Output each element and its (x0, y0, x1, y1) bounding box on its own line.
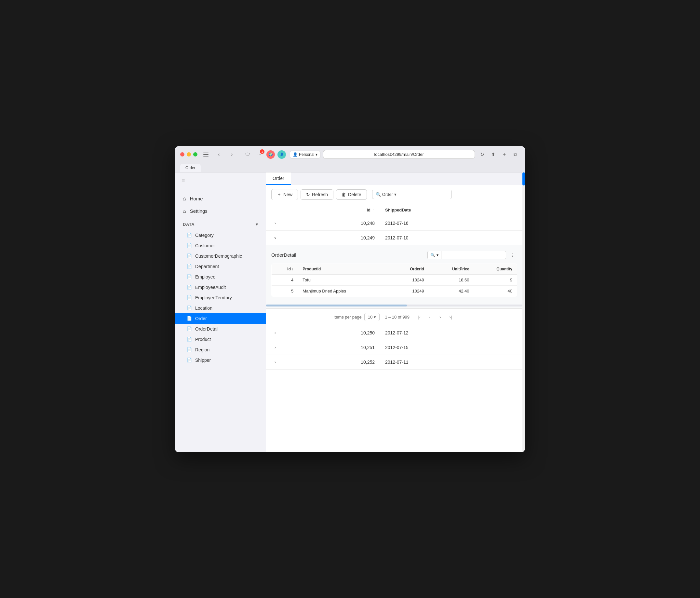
profile-dropdown[interactable]: 👤 Personal ▾ (290, 151, 320, 158)
th-shippeddate[interactable]: ShippedDate (380, 204, 522, 216)
inner-cell-unitprice: 18.60 (429, 274, 474, 285)
sidebar-item-department[interactable]: 📄 Department (175, 261, 266, 272)
inner-th-orderid[interactable]: OrderId (389, 264, 429, 274)
browser-chrome: ‹ › 🛡 ··· 1 🌍 👤 👤 Personal ▾ (175, 146, 525, 172)
expand-cell: › (266, 340, 284, 355)
th-id[interactable]: Id ↑ (284, 204, 380, 216)
delete-button[interactable]: 🗑 Delete (336, 189, 367, 200)
cell-shippeddate: 2012-07-16 (380, 216, 522, 230)
next-page-button[interactable]: › (435, 313, 445, 322)
page-size-select[interactable]: 10 ▾ (364, 313, 380, 321)
expand-icon[interactable]: › (271, 329, 279, 337)
collapse-icon[interactable]: ∨ (271, 234, 279, 242)
refresh-label: Refresh (312, 192, 328, 197)
plus-icon: ＋ (277, 192, 281, 198)
expand-cell: › (266, 326, 284, 340)
pagination-cell: Items per page 10 ▾ 1 – 10 of 999 |‹ (266, 308, 522, 326)
sidebar-item-employeeaudit[interactable]: 📄 EmployeeAudit (175, 282, 266, 293)
doc-icon: 📄 (187, 357, 192, 363)
user-avatar[interactable]: 👤 (277, 150, 286, 159)
share-icon[interactable]: ⬆ (489, 150, 498, 159)
sidebar-label: Employee (195, 274, 215, 279)
sidebar: ≡ ⌂ Home ⌂ Settings DATA ▾ 📄 (175, 172, 266, 452)
cell-id: 10,250 (284, 326, 380, 340)
search-icon: 🔍 (376, 192, 381, 197)
chevron-down-icon: ▾ (374, 315, 376, 320)
inner-th-productid[interactable]: ProductId (298, 264, 389, 274)
table-header-row: Id ↑ ShippedDate (266, 204, 522, 216)
inner-search-select[interactable]: 🔍 ▾ (427, 251, 441, 259)
order-detail-title: OrderDetail (271, 252, 296, 258)
inner-search-input[interactable] (441, 251, 506, 259)
inner-th-id[interactable]: Id ↑ (272, 264, 298, 274)
app-container: ≡ ⌂ Home ⌂ Settings DATA ▾ 📄 (175, 172, 525, 452)
horizontal-scrollbar[interactable] (266, 304, 522, 306)
browser-window: ‹ › 🛡 ··· 1 🌍 👤 👤 Personal ▾ (175, 146, 525, 452)
order-detail-search: 🔍 ▾ (427, 251, 506, 259)
cell-id: 10,248 (284, 216, 380, 230)
maximize-button[interactable] (193, 152, 197, 156)
sidebar-nav: ⌂ Home ⌂ Settings DATA ▾ 📄 Category (175, 190, 266, 369)
sidebar-item-orderdetail[interactable]: 📄 OrderDetail (175, 324, 266, 334)
inner-cell-id: 5 (272, 285, 298, 296)
sidebar-item-product[interactable]: 📄 Product (175, 334, 266, 345)
first-page-button[interactable]: |‹ (415, 313, 424, 322)
close-button[interactable] (180, 152, 184, 156)
sidebar-label: Product (195, 337, 211, 342)
inner-table: Id ↑ ProductId OrderId UnitPrice Quantit… (271, 264, 517, 297)
forward-button[interactable]: › (227, 150, 236, 159)
vertical-scrollbar[interactable] (522, 172, 525, 452)
inner-table-row: 5 Manjimup Dried Apples 10249 42.40 40 (272, 285, 517, 296)
expand-icon[interactable]: › (271, 344, 279, 351)
minimize-button[interactable] (187, 152, 191, 156)
content-tabs: Order (266, 172, 522, 185)
sidebar-item-customerdemographic[interactable]: 📄 CustomerDemographic (175, 251, 266, 261)
refresh-button[interactable]: ↻ Refresh (301, 189, 333, 200)
doc-icon: 📄 (187, 243, 192, 248)
more-options-icon[interactable]: ⋮ (508, 251, 517, 259)
page-size-value: 10 (368, 315, 372, 320)
tabs-icon[interactable]: ⧉ (511, 150, 520, 159)
sidebar-item-employee[interactable]: 📄 Employee (175, 272, 266, 282)
chevron-down-icon: ▾ (394, 192, 397, 197)
scroll-thumb (522, 172, 525, 185)
home-icon: ⌂ (183, 196, 186, 202)
expand-icon[interactable]: › (271, 219, 279, 227)
sidebar-item-order[interactable]: 📄 Order (175, 313, 266, 324)
sidebar-item-employeeterritory[interactable]: 📄 EmployeeTerritory (175, 293, 266, 303)
inner-th-unitprice[interactable]: UnitPrice (429, 264, 474, 274)
data-section-header[interactable]: DATA ▾ (175, 219, 266, 230)
notification-icon[interactable]: ··· 1 (255, 150, 264, 159)
doc-icon: 📄 (187, 347, 192, 352)
sidebar-item-category[interactable]: 📄 Category (175, 230, 266, 241)
browser-nav: 🛡 ··· 1 🌍 👤 (243, 150, 286, 159)
sidebar-item-shipper[interactable]: 📄 Shipper (175, 355, 266, 365)
sidebar-item-region[interactable]: 📄 Region (175, 345, 266, 355)
hamburger-icon[interactable]: ≡ (181, 178, 259, 184)
sidebar-item-home[interactable]: ⌂ Home (175, 193, 266, 205)
browser-tab-order[interactable]: Order (180, 164, 201, 172)
pagination-bar: Items per page 10 ▾ 1 – 10 of 999 |‹ (266, 308, 522, 326)
back-button[interactable]: ‹ (215, 150, 223, 159)
search-input[interactable] (400, 190, 452, 199)
browser-tabs: Order (180, 163, 520, 172)
cell-id: 10,249 (284, 230, 380, 245)
prev-page-button[interactable]: ‹ (425, 313, 434, 322)
inner-th-quantity[interactable]: Quantity (474, 264, 517, 274)
sidebar-item-settings[interactable]: ⌂ Settings (175, 205, 266, 217)
new-tab-icon[interactable]: ＋ (500, 150, 509, 159)
sidebar-item-customer[interactable]: 📄 Customer (175, 241, 266, 251)
address-bar[interactable]: localhost:4299/main/Order (323, 150, 475, 159)
doc-icon: 📄 (187, 295, 192, 300)
cell-shippeddate: 2012-07-12 (380, 326, 522, 340)
page-info: 1 – 10 of 999 (385, 315, 409, 320)
sidebar-toggle-icon[interactable] (201, 150, 210, 159)
reload-icon[interactable]: ↻ (477, 150, 486, 159)
avatar-icon[interactable]: 🌍 (267, 150, 275, 159)
search-select[interactable]: 🔍 Order ▾ (372, 190, 400, 199)
tab-order[interactable]: Order (266, 172, 291, 185)
last-page-button[interactable]: ›| (446, 313, 455, 322)
new-button[interactable]: ＋ New (271, 189, 298, 200)
expand-icon[interactable]: › (271, 358, 279, 366)
sidebar-item-location[interactable]: 📄 Location (175, 303, 266, 313)
